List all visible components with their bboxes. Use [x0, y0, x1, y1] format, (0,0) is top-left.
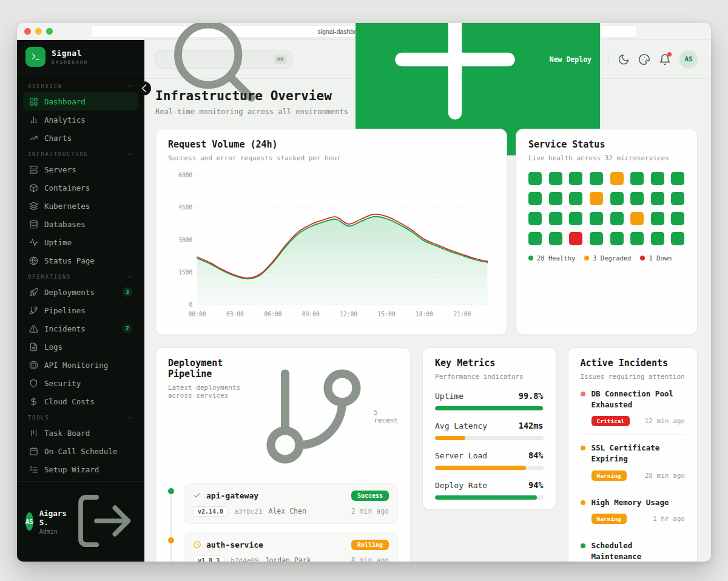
incident-title: Scheduled Maintenance: [592, 540, 685, 562]
sidebar-item-kubernetes[interactable]: Kubernetes: [23, 197, 138, 215]
page-subtitle: Real-time monitoring across all environm…: [155, 107, 698, 116]
file-text-icon: [29, 342, 38, 352]
legend-dot: [528, 256, 533, 260]
rocket-icon: [29, 288, 38, 297]
kanban-icon: [29, 429, 38, 438]
chevron-down-icon[interactable]: [127, 274, 133, 280]
sidebar-collapse-button[interactable]: [137, 81, 151, 95]
gauge-icon: [29, 361, 38, 370]
sidebar-user: AS Aigars S. Admin: [17, 481, 144, 562]
incident-list: DB Connection Pool ExhaustedCritical12 m…: [581, 381, 685, 562]
status-cell-healthy: [651, 192, 664, 205]
progress-track: [435, 406, 543, 410]
metric-row: Avg Latency142ms: [435, 421, 543, 430]
sidebar-item-databases[interactable]: Databases: [23, 215, 138, 233]
sidebar-item-pipelines[interactable]: Pipelines: [23, 301, 138, 319]
chevron-down-icon[interactable]: [127, 83, 133, 89]
sidebar-item-status-page[interactable]: Status Page: [23, 251, 138, 270]
severity-badge: Warning: [592, 471, 627, 481]
deployment-card: api-gatewaySuccessv2.14.0a3f8c21Alex Che…: [184, 483, 398, 524]
sidebar-item-setup-wizard[interactable]: Setup Wizard: [23, 460, 138, 478]
section-label-text: TOOLS: [28, 415, 50, 421]
metric-server-load: Server Load84%: [435, 450, 543, 470]
service-status-card: Service Status Live health across 32 mic…: [516, 129, 698, 335]
sidebar-item-badge: 2: [123, 324, 132, 333]
sidebar-item-task-board[interactable]: Task Board: [23, 424, 138, 442]
incident-title: DB Connection Pool Exhausted: [592, 389, 685, 410]
sidebar-item-analytics[interactable]: Analytics: [23, 110, 138, 129]
notifications-button[interactable]: [659, 53, 671, 66]
legend-dot: [640, 256, 645, 260]
status-grid: [528, 172, 685, 245]
minimize-window-button[interactable]: [35, 28, 42, 35]
metric-label: Avg Latency: [435, 421, 487, 430]
timeline-dot: [168, 537, 174, 543]
chevron-down-icon[interactable]: [127, 415, 133, 421]
card-title: Service Status: [528, 139, 685, 150]
sidebar-item-incidents[interactable]: Incidents2: [23, 319, 138, 338]
shield-icon: [29, 379, 38, 388]
sidebar-item-badge: 3: [123, 287, 132, 297]
active-incidents-card: Active Incidents Issues requiring attent…: [568, 347, 698, 562]
topbar-divider: [608, 53, 609, 66]
deployment-meta: v2.14.0a3f8c21Alex Chen2 min ago: [193, 506, 389, 517]
sidebar-item-cloud-costs[interactable]: Cloud Costs: [23, 392, 138, 410]
sidebar-item-label: Pipelines: [44, 306, 86, 315]
status-cell-healthy: [528, 232, 542, 245]
version-badge: v1.8.3: [193, 556, 224, 562]
sidebar-item-charts[interactable]: Charts: [23, 129, 138, 147]
avatar[interactable]: AS: [679, 50, 698, 69]
git-branch-icon: [29, 306, 38, 315]
sidebar-item-logs[interactable]: Logs: [23, 338, 138, 356]
metric-value: 94%: [528, 480, 543, 490]
analytics-icon: [29, 115, 38, 124]
search-box[interactable]: ⌘K: [155, 50, 292, 69]
legend-dot: [584, 256, 589, 260]
search-shortcut: ⌘K: [274, 55, 287, 64]
incident-dot: [581, 392, 585, 396]
deployment-row-top: auth-serviceRolling: [193, 540, 389, 550]
incident-meta: Warning28 min ago: [592, 471, 685, 481]
sidebar-item-security[interactable]: Security: [23, 374, 138, 392]
nav-section-label-infrastructure: INFRASTRUCTURE: [23, 147, 138, 160]
sidebar-item-on-call-schedule[interactable]: On-Call Schedule: [23, 442, 138, 460]
status-cell-degraded: [590, 192, 603, 205]
activity-icon: [29, 238, 38, 247]
status-cell-healthy: [569, 212, 582, 225]
metric-label: Uptime: [435, 392, 463, 401]
deployment-name: auth-service: [206, 540, 263, 549]
progress-track: [435, 466, 543, 470]
page-content: Infrastructure Overview Real-time monito…: [144, 79, 711, 562]
timeline-dot: [168, 488, 174, 494]
deploy-author: Jordan Park: [265, 556, 311, 562]
avatar[interactable]: AS: [25, 512, 33, 531]
incident-time: 1 hr ago: [653, 515, 685, 523]
palette-icon: [638, 53, 650, 66]
theme-toggle-button[interactable]: [618, 53, 630, 66]
sidebar-item-api-monitoring[interactable]: API Monitoring: [23, 356, 138, 374]
logout-button[interactable]: [73, 489, 136, 554]
user-name: Aigars S.: [39, 509, 67, 527]
globe-icon: [29, 256, 38, 265]
palette-button[interactable]: [638, 53, 650, 66]
chevron-down-icon[interactable]: [127, 151, 133, 157]
sidebar-item-label: Setup Wizard: [44, 465, 99, 474]
sidebar-item-label: Dashboard: [44, 97, 86, 106]
sidebar-item-uptime[interactable]: Uptime: [23, 233, 138, 251]
sidebar-item-deployments[interactable]: Deployments3: [23, 283, 138, 301]
recent-count: 5 recent: [257, 359, 398, 474]
status-legend: 28 Healthy3 Degraded1 Down: [528, 254, 685, 262]
request-volume-card: Request Volume (24h) Success and error r…: [155, 129, 507, 335]
severity-badge: Critical: [592, 416, 630, 426]
sidebar-item-dashboard[interactable]: Dashboard: [23, 92, 138, 110]
zoom-window-button[interactable]: [46, 28, 53, 35]
legend-item: 28 Healthy: [528, 254, 575, 262]
incident-time: 28 min ago: [645, 472, 685, 480]
close-window-button[interactable]: [24, 28, 31, 35]
section-label-text: INFRASTRUCTURE: [28, 151, 89, 157]
request-volume-chart: 0150030004500600000:0003:0006:0009:0012:…: [168, 169, 494, 320]
svg-text:18:00: 18:00: [416, 311, 433, 318]
sidebar-item-servers[interactable]: Servers: [23, 160, 138, 178]
topbar: ⌘K New Deploy AS: [144, 40, 711, 79]
sidebar-item-containers[interactable]: Containers: [23, 178, 138, 197]
